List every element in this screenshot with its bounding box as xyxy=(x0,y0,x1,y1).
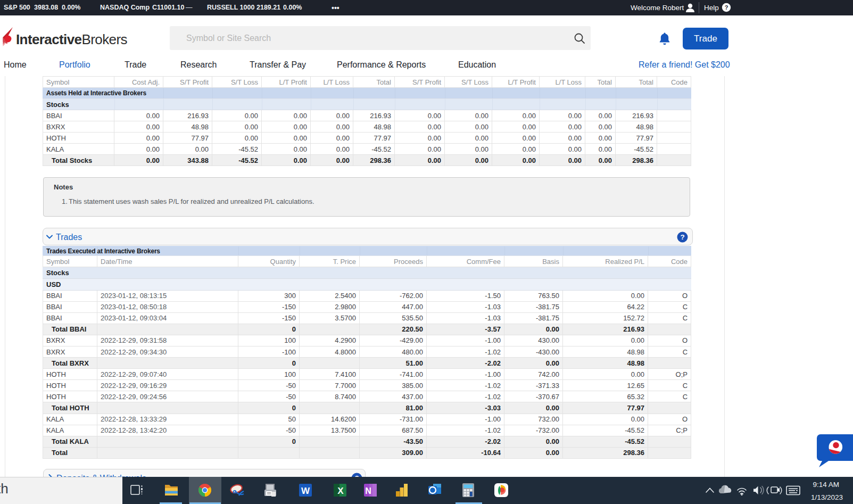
svg-text:X: X xyxy=(337,486,344,496)
svg-text:W: W xyxy=(301,486,310,496)
svg-text:?: ? xyxy=(725,4,728,11)
svg-text:N: N xyxy=(365,486,371,495)
svg-text:1/13/2023: 1/13/2023 xyxy=(811,493,843,501)
svg-text:?: ? xyxy=(680,233,684,241)
svg-text:9:14 AM: 9:14 AM xyxy=(813,481,839,489)
